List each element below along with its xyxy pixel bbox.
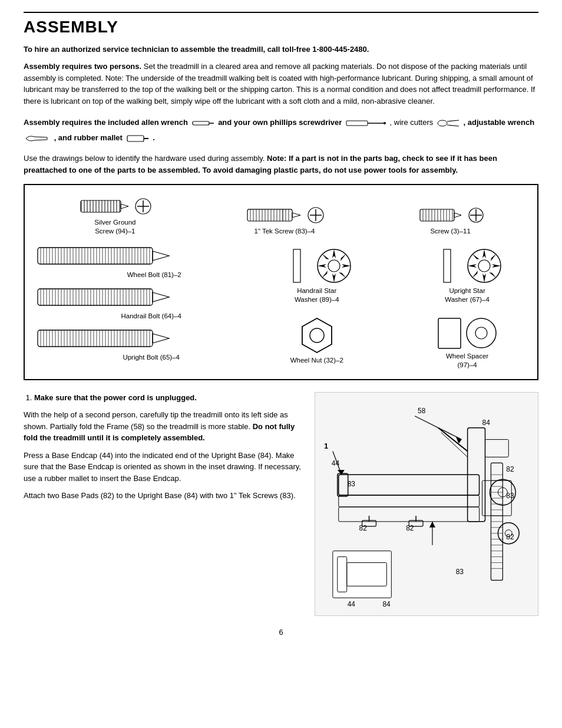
- step1-title: Make sure that the power cord is unplugg…: [34, 393, 197, 402]
- hw-silver-ground-screw: Silver GroundScrew (94)–1: [74, 195, 156, 238]
- assembly-diagram: 1 44 58 84 82 82 83 83 44 84: [315, 392, 538, 616]
- svg-marker-184: [153, 334, 169, 343]
- toll-free-text: To hire an authorized service technician…: [24, 45, 538, 54]
- svg-marker-204: [468, 264, 477, 268]
- svg-point-211: [475, 327, 487, 339]
- bottom-section: Make sure that the power cord is unplugg…: [24, 392, 538, 616]
- svg-text:84: 84: [382, 600, 391, 608]
- svg-text:44: 44: [348, 600, 356, 608]
- svg-marker-205: [488, 253, 497, 261]
- svg-point-5: [438, 120, 447, 126]
- hw-screw-3: Screw (3)–11: [413, 203, 488, 238]
- svg-point-210: [467, 318, 496, 348]
- svg-text:82: 82: [406, 523, 414, 532]
- svg-text:1: 1: [324, 441, 328, 450]
- wheel-bolt-label: Wheel Bolt (81)–2: [67, 271, 241, 278]
- svg-text:82: 82: [506, 532, 514, 541]
- svg-point-4: [384, 122, 386, 124]
- svg-rect-2: [346, 121, 368, 126]
- hw-handrail-bolt: [32, 284, 241, 310]
- svg-rect-49: [420, 209, 454, 221]
- adjustable-wrench-icon: [25, 133, 51, 144]
- svg-rect-185: [293, 249, 300, 282]
- tools-description: Assembly requires the included allen wre…: [24, 115, 538, 146]
- hw-handrail-star-washer: Handrail StarWasher (89)–4: [277, 245, 357, 307]
- svg-text:83: 83: [348, 480, 356, 488]
- steps-column: Make sure that the power cord is unplugg…: [24, 392, 303, 616]
- svg-rect-65: [38, 248, 153, 264]
- note-text: Use the drawings below to identify the h…: [24, 153, 538, 176]
- svg-rect-198: [444, 249, 451, 282]
- svg-marker-203: [482, 274, 486, 282]
- step1-text1: With the help of a second person, carefu…: [13, 409, 303, 444]
- upright-bolt-label: Upright Bolt (65)–4: [61, 354, 241, 361]
- svg-marker-193: [339, 270, 346, 278]
- svg-marker-202: [492, 264, 501, 268]
- rubber-mallet-icon: [126, 133, 150, 144]
- svg-text:58: 58: [418, 406, 426, 414]
- page-number: 6: [24, 628, 538, 637]
- svg-rect-246: [333, 551, 391, 598]
- svg-point-197: [310, 328, 324, 342]
- screwdriver-icon: [345, 118, 386, 129]
- svg-marker-194: [322, 271, 330, 278]
- hw-wheel-spacer: Wheel Spacer(97)–4: [432, 315, 503, 372]
- svg-rect-24: [81, 200, 121, 212]
- svg-marker-189: [342, 264, 351, 268]
- svg-marker-190: [332, 274, 336, 282]
- svg-text:82: 82: [359, 523, 368, 532]
- intro-text: Assembly requires two persons. Set the t…: [24, 61, 538, 107]
- wire-cutters-icon: [437, 118, 460, 129]
- svg-marker-208: [472, 253, 480, 262]
- hw-wheel-nut: Wheel Nut (32)–2: [286, 315, 348, 367]
- svg-marker-192: [338, 253, 346, 261]
- wrench-icon: [191, 118, 215, 129]
- svg-marker-45: [292, 213, 300, 218]
- hw-upright-bolt: [32, 325, 241, 351]
- svg-point-200: [478, 260, 490, 272]
- svg-rect-105: [38, 289, 153, 305]
- svg-rect-145: [38, 330, 153, 347]
- svg-marker-61: [454, 213, 461, 218]
- hardware-diagram: Silver GroundScrew (94)–1: [24, 184, 538, 380]
- svg-marker-195: [322, 253, 329, 262]
- svg-rect-8: [127, 136, 144, 141]
- step1-text3: Attach two Base Pads (82) to the Upright…: [13, 490, 303, 502]
- svg-rect-209: [438, 318, 461, 348]
- handrail-bolt-label: Handrail Bolt (64)–4: [61, 312, 241, 319]
- page-title: ASSEMBLY: [24, 12, 538, 37]
- hw-wheel-bolt: [32, 243, 241, 269]
- step1-text2: Press a Base Endcap (44) into the indica…: [13, 450, 303, 485]
- svg-marker-207: [472, 271, 480, 278]
- svg-line-6: [447, 120, 459, 121]
- svg-text:82: 82: [506, 465, 514, 473]
- svg-line-7: [447, 125, 459, 126]
- hw-tek-screw: 1" Tek Screw (83)–4: [240, 203, 329, 238]
- svg-text:84: 84: [482, 418, 491, 426]
- svg-marker-25: [121, 204, 128, 209]
- svg-marker-206: [489, 270, 497, 278]
- svg-text:83: 83: [506, 492, 514, 500]
- svg-marker-144: [153, 292, 169, 302]
- svg-marker-196: [302, 318, 332, 353]
- svg-text:44: 44: [332, 459, 340, 467]
- svg-marker-104: [153, 251, 169, 261]
- svg-marker-201: [482, 249, 486, 258]
- svg-text:83: 83: [456, 568, 464, 576]
- svg-rect-0: [193, 121, 209, 125]
- hw-upright-star-washer: Upright StarWasher (67)–4: [427, 245, 507, 307]
- svg-marker-191: [318, 264, 326, 268]
- svg-point-187: [328, 260, 340, 272]
- svg-marker-188: [332, 249, 336, 258]
